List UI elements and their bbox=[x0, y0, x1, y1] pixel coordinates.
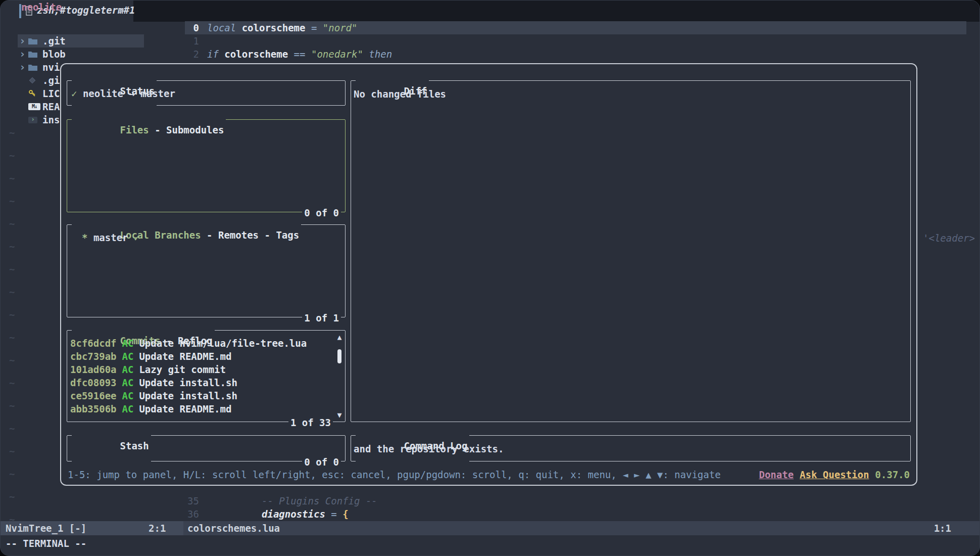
files-panel-title: Files - Submodules bbox=[72, 113, 226, 147]
files-count: 0 of 0 bbox=[302, 207, 341, 218]
commit-message: Update install.sh bbox=[139, 377, 237, 388]
branches-count: 1 of 1 bbox=[302, 312, 341, 323]
commit-author-tag: AC bbox=[122, 403, 134, 414]
code-line-0[interactable]: 0local colorscheme = "nord" bbox=[185, 21, 967, 34]
stash-panel-title: Stash bbox=[72, 429, 151, 462]
tree-item-label: ins bbox=[42, 114, 60, 125]
tilde-marker: ~ bbox=[9, 262, 15, 275]
lazygit-float-window: Status ✓ neolite → master Files - Submod… bbox=[60, 63, 917, 486]
commit-row[interactable]: 8cf6dcdfACUpdate nvim/lua/file-tree.lua bbox=[70, 337, 332, 350]
statusline: NvimTree_1 [-] 2:1 colorschemes.lua 1:1 bbox=[1, 521, 979, 535]
commit-row[interactable]: ce5916eeACUpdate install.sh bbox=[70, 389, 332, 402]
tilde-marker: ~ bbox=[9, 194, 15, 207]
tree-item-label: REA bbox=[42, 101, 60, 112]
code-token: colorscheme bbox=[224, 49, 288, 60]
code-token: diagnostics bbox=[262, 508, 325, 520]
code-line-1[interactable]: 1 bbox=[185, 34, 967, 48]
commit-row[interactable]: 101ad60aACLazy git commit bbox=[70, 363, 332, 376]
commit-message: Update README.md bbox=[139, 403, 231, 414]
tilde-marker: ~ bbox=[9, 376, 15, 389]
line-number: 35 bbox=[185, 495, 199, 506]
diff-content: No changed files bbox=[354, 87, 446, 101]
tab-close-icon[interactable]: × bbox=[118, 5, 124, 17]
code-token: "onedark" bbox=[311, 49, 363, 60]
code-token: "nord" bbox=[323, 22, 358, 33]
donate-link[interactable]: Donate bbox=[759, 469, 794, 480]
commit-hash: dfc08093 bbox=[70, 377, 117, 388]
tabline: zsh;#toggleterm#1 × bbox=[1, 1, 979, 22]
tab-remotes-tags[interactable]: - Remotes - Tags bbox=[201, 229, 299, 241]
stash-count: 0 of 0 bbox=[302, 456, 341, 468]
commit-row[interactable]: cbc739abACUpdate README.md bbox=[70, 350, 332, 363]
line-number: 1 bbox=[185, 35, 199, 47]
tree-item-blob-folder[interactable]: › blob bbox=[18, 48, 144, 61]
code-token: { bbox=[342, 508, 348, 520]
check-icon: ✓ bbox=[134, 232, 139, 243]
commit-author-tag: AC bbox=[122, 377, 134, 388]
stash-panel[interactable]: Stash 0 of 0 bbox=[67, 435, 346, 461]
indent-spacer bbox=[18, 87, 28, 100]
git-icon bbox=[28, 76, 42, 84]
diff-panel[interactable]: Diff No changed files bbox=[351, 80, 911, 422]
chevron-right-icon: › bbox=[18, 35, 28, 47]
code-comment: -- Plugins Config -- bbox=[262, 495, 377, 506]
scroll-down-icon[interactable]: ▼ bbox=[335, 410, 344, 420]
code-line-36[interactable]: 36diagnostics = { bbox=[185, 507, 967, 521]
statusline-tree-position: 2:1 bbox=[149, 521, 166, 535]
commit-hash: ce5916ee bbox=[70, 390, 117, 401]
tree-root-folder[interactable]: neolite bbox=[21, 1, 62, 14]
status-line: ✓ neolite → master bbox=[71, 87, 175, 100]
version-label: 0.37.0 bbox=[875, 469, 910, 480]
folder-icon bbox=[28, 64, 42, 71]
code-token: == bbox=[288, 49, 311, 60]
chevron-right-icon: › bbox=[18, 61, 28, 73]
tilde-marker: ~ bbox=[9, 149, 15, 162]
tabline-fill bbox=[133, 1, 979, 22]
tree-item-label: blob bbox=[42, 49, 66, 60]
line-number: 0 bbox=[185, 22, 199, 33]
scroll-up-icon[interactable]: ▲ bbox=[335, 333, 344, 342]
scrollbar[interactable]: ▲ ▼ bbox=[335, 333, 344, 420]
terminal-tab[interactable]: zsh;#toggleterm#1 × bbox=[1, 1, 133, 22]
indent-spacer bbox=[18, 74, 28, 86]
commit-author-tag: AC bbox=[122, 351, 134, 362]
scrollbar-thumb[interactable] bbox=[337, 349, 341, 363]
tree-item-label: .git bbox=[42, 35, 66, 47]
command-log-panel[interactable]: Command Log and the repository exists. bbox=[351, 435, 911, 461]
commit-author-tag: AC bbox=[122, 338, 134, 349]
diff-text: No changed files bbox=[354, 88, 446, 100]
commit-row[interactable]: dfc08093ACUpdate install.sh bbox=[70, 376, 332, 389]
terminal-icon: › bbox=[28, 117, 42, 123]
tree-item-git-folder[interactable]: › .git bbox=[18, 34, 144, 48]
ask-question-link[interactable]: Ask Question bbox=[800, 469, 869, 480]
commit-hash: 101ad60a bbox=[70, 364, 117, 375]
code-token: local bbox=[207, 22, 242, 33]
tilde-marker: ~ bbox=[9, 331, 15, 344]
branch-row[interactable]: * master ✓ bbox=[82, 231, 139, 244]
line-number: 36 bbox=[185, 508, 199, 520]
indent-spacer bbox=[18, 101, 28, 113]
code-line-35[interactable]: 35-- Plugins Config -- bbox=[185, 494, 967, 507]
commit-author-tag: AC bbox=[122, 390, 134, 401]
code-token: colorscheme bbox=[242, 22, 306, 33]
branch-name: master bbox=[87, 232, 134, 243]
code-token: if bbox=[207, 49, 224, 60]
branches-panel[interactable]: Local Branches - Remotes - Tags * master… bbox=[67, 224, 346, 317]
code-token: then bbox=[363, 49, 392, 60]
code-line-2[interactable]: 2if colorscheme == "onedark" then bbox=[185, 48, 967, 61]
commit-message: Lazy git commit bbox=[139, 364, 226, 375]
tab-submodules[interactable]: - Submodules bbox=[149, 124, 224, 135]
tilde-marker: ~ bbox=[9, 399, 15, 412]
tab-files[interactable]: Files bbox=[120, 124, 149, 135]
keybind-hints: 1-5: jump to panel, H/L: scroll left/rig… bbox=[68, 469, 721, 480]
commit-author-tag: AC bbox=[122, 364, 134, 375]
status-panel[interactable]: Status ✓ neolite → master bbox=[67, 80, 346, 106]
commit-row[interactable]: abb3506bACUpdate README.md bbox=[70, 402, 332, 415]
tree-item-label: .gi bbox=[42, 75, 60, 86]
command-log-text: and the repository exists. bbox=[354, 443, 504, 454]
files-panel[interactable]: Files - Submodules 0 of 0 bbox=[67, 119, 346, 212]
commits-panel[interactable]: Commits - Reflog 8cf6dcdfACUpdate nvim/l… bbox=[67, 330, 346, 422]
current-branch-marker: * bbox=[82, 232, 87, 243]
lazygit-statusbar: 1-5: jump to panel, H/L: scroll left/rig… bbox=[68, 468, 910, 481]
tilde-marker: ~ bbox=[9, 126, 15, 139]
